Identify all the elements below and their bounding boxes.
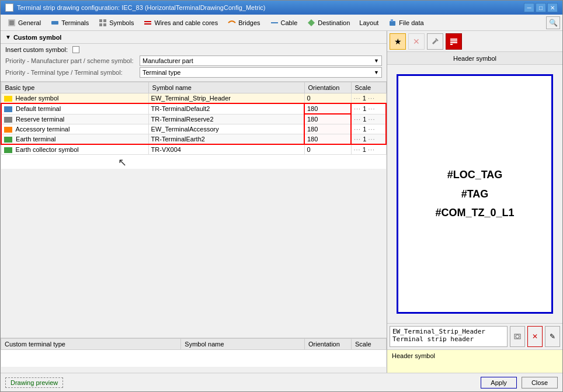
insert-row: Insert custom symbol: [5,46,382,53]
row-scale: ··· 1 ··· [351,124,386,134]
tab-general-label: General [18,19,41,26]
row-basic-type: Default terminal [1,103,148,114]
apply-button[interactable]: Apply [481,377,517,388]
terminal-value: Terminal type [143,69,180,76]
drawing-preview-label: Drawing preview [11,379,58,386]
general-icon [7,18,16,27]
bottom-col-1: Custom terminal type [1,339,181,350]
right-panel: ★ ✕ Header symbol [387,31,562,373]
row-symbol-name: TR-VX004 [148,144,304,155]
row-basic-type: Accessory terminal [1,124,148,134]
table-row[interactable]: Default terminal TR-TerminalDefault2 180… [1,103,386,114]
right-label-bar: Header symbol [387,52,562,65]
preview-area: #LOC_TAG #TAG #COM_TZ_0_L1 [397,74,553,314]
tab-destination[interactable]: Destination [303,16,354,29]
table-row[interactable]: Header symbol EW_Terminal_Strip_Header 0… [1,93,386,104]
row-scale: ··· 1 ··· [351,103,386,114]
tab-filedata[interactable]: File data [384,16,428,29]
search-toolbar-button[interactable]: 🔍 [546,16,560,29]
table-row[interactable]: Earth collector symbol TR-VX004 0 ··· 1 … [1,144,386,155]
svg-marker-10 [308,19,315,26]
symbol-input-field[interactable]: <span data-bind="right_panel.symbol_inpu… [390,326,508,347]
row-scale: ··· 1 ··· [351,93,386,104]
preview-line-2: #TAG [435,185,514,203]
row-scale: ··· 1 ··· [351,144,386,155]
terminal-label: Priority - Terminal type / Terminal symb… [5,69,140,76]
svg-rect-8 [144,23,151,25]
title-bar-left: ⊞ Terminal strip drawing configuration: … [5,4,266,12]
svg-rect-9 [271,22,278,23]
minimize-button[interactable]: ─ [524,3,534,12]
svg-point-18 [516,335,519,338]
insert-checkbox[interactable] [72,46,79,53]
col-orientation: Orientation [304,82,351,93]
window-icon: ⊞ [5,4,13,12]
tab-bridges[interactable]: Bridges [223,16,264,29]
bottom-desc: Header symbol [387,349,562,373]
manufacturer-value: Manufacturer part [143,57,193,64]
col-basic-type: Basic type [1,82,148,93]
table-row[interactable]: Accessory terminal EW_TerminalAccessory … [1,124,386,134]
edit-symbol-button[interactable]: ✎ [545,326,560,347]
table-row[interactable]: Earth terminal TR-TerminalEarth2 180 ···… [1,134,386,145]
row-basic-type: Header symbol [1,93,148,104]
footer-buttons: Apply Close [481,377,558,388]
tab-cable[interactable]: Cable [266,16,302,29]
manufacturer-dropdown-arrow: ▼ [374,58,379,64]
svg-rect-5 [99,23,102,26]
edit-tool-button[interactable] [427,33,443,50]
table-row[interactable]: Reserve terminal TR-TerminalReserve2 180… [1,114,386,124]
row-orientation: 180 [304,114,351,124]
terminal-dropdown-arrow: ▼ [374,70,379,75]
svg-rect-11 [390,21,395,26]
maximize-button[interactable]: □ [536,3,546,12]
bottom-desc-text: Header symbol [392,352,435,359]
row-symbol-name: TR-TerminalDefault2 [148,103,304,114]
terminal-row: Priority - Terminal type / Terminal symb… [5,67,382,78]
cable-icon [270,18,279,27]
svg-rect-15 [450,42,457,43]
svg-rect-1 [9,20,14,25]
svg-rect-2 [51,21,58,25]
table-row-empty: ↖ [1,155,386,169]
content-area: ▼ Custom symbol Insert custom symbol: Pr… [1,31,562,373]
bottom-table: Custom terminal type Symbol name Orienta… [1,338,387,367]
drawing-preview-button[interactable]: Drawing preview [5,377,63,388]
delete-symbol-button[interactable]: ✕ [527,326,543,347]
row-orientation: 180 [304,134,351,145]
row-scale: ··· 1 ··· [351,114,386,124]
insert-label: Insert custom symbol: [5,46,68,53]
star-tool-button[interactable]: ★ [390,33,406,50]
custom-symbol-header: ▼ Custom symbol [1,31,387,44]
bottom-col-3: Orientation [305,339,352,350]
row-basic-type: Earth terminal [1,134,148,145]
tab-wires[interactable]: Wires and cable cores [139,16,222,29]
browse-symbol-button[interactable] [510,326,525,347]
delete-tool-button[interactable]: ✕ [408,33,425,50]
symbols-icon [98,18,107,27]
tab-bridges-label: Bridges [238,19,260,26]
preview-text: #LOC_TAG #TAG #COM_TZ_0_L1 [435,165,514,222]
tab-symbols[interactable]: Symbols [94,16,138,29]
terminal-dropdown[interactable]: Terminal type ▼ [140,67,382,78]
manufacturer-label: Priority - Manufacturer part / scheme sy… [5,57,140,64]
col-scale: Scale [351,82,386,93]
close-dialog-button[interactable]: Close [522,377,558,388]
tab-layout[interactable]: Layout [355,18,383,28]
row-icon [4,127,12,133]
bottom-table-empty-row [1,350,387,367]
tab-general[interactable]: General [3,16,45,29]
symbol-input-row: <span data-bind="right_panel.symbol_inpu… [387,323,562,349]
tab-terminals[interactable]: Terminals [46,16,93,29]
tab-cable-label: Cable [281,19,298,26]
close-button[interactable]: ✕ [547,3,558,12]
row-basic-type: Reserve terminal [1,114,148,124]
main-table-container: Basic type Symbol name Orientation Scale… [1,82,387,338]
list-tool-button[interactable] [446,33,462,50]
manufacturer-dropdown[interactable]: Manufacturer part ▼ [140,55,382,66]
header-symbol-label: Header symbol [453,55,496,62]
tab-wires-label: Wires and cable cores [154,19,218,26]
custom-symbol-body: Insert custom symbol: Priority - Manufac… [1,44,387,82]
collapse-icon[interactable]: ▼ [5,34,11,40]
tab-symbols-label: Symbols [109,19,134,26]
